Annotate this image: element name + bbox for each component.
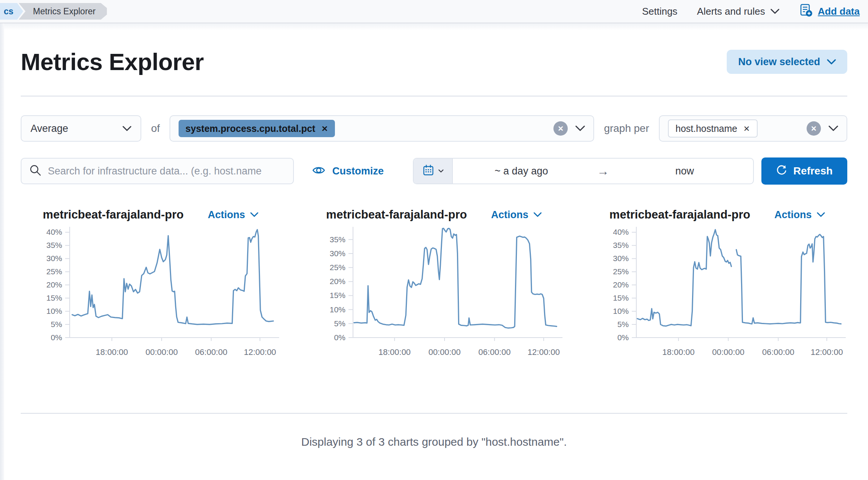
breadcrumb-metrics-label: cs (4, 6, 14, 17)
date-end-button[interactable]: now (616, 165, 753, 177)
svg-text:40%: 40% (46, 228, 62, 236)
alerts-and-rules-menu[interactable]: Alerts and rules (697, 6, 779, 17)
chevron-down-icon (122, 126, 131, 131)
header-shadow (0, 23, 868, 30)
title-row: Metrics Explorer No view selected (21, 48, 847, 75)
svg-text:0%: 0% (617, 333, 629, 342)
add-data-label: Add data (818, 6, 860, 17)
chart-actions-label: Actions (774, 209, 811, 221)
settings-link[interactable]: Settings (642, 6, 677, 17)
group-by-tag-label: host.hostname (675, 123, 737, 134)
chart-actions-menu[interactable]: Actions (491, 209, 542, 221)
chevron-down-icon[interactable] (575, 125, 585, 131)
remove-metric-icon[interactable]: ✕ (321, 125, 328, 133)
date-start-button[interactable]: ~ a day ago (453, 165, 590, 177)
cpu-usage-line-chart: 0%5%10%15%20%25%30%35%18:00:0000:00:0006… (304, 225, 564, 357)
svg-text:18:00:00: 18:00:00 (378, 347, 411, 357)
search-icon (29, 164, 42, 178)
svg-text:15%: 15% (46, 294, 62, 302)
metric-controls-row: Average of system.process.cpu.total.pct … (21, 115, 847, 142)
settings-label: Settings (642, 6, 677, 17)
svg-text:18:00:00: 18:00:00 (662, 347, 695, 357)
svg-text:10%: 10% (330, 305, 345, 314)
search-row: Customize (21, 157, 847, 185)
group-by-combobox-controls: ✕ (807, 121, 838, 136)
breadcrumb: cs Metrics Explorer (0, 0, 107, 23)
page-title: Metrics Explorer (21, 48, 204, 75)
chart-card: metricbeat-farajaland-pro Actions 0%5%10… (21, 208, 281, 357)
metric-tag-label: system.process.cpu.total.pct (185, 123, 315, 134)
remove-group-by-icon[interactable]: ✕ (743, 125, 750, 133)
breadcrumb-metrics-explorer-label: Metrics Explorer (33, 6, 96, 17)
calendar-icon (422, 164, 434, 178)
chevron-down-icon (250, 212, 258, 217)
breadcrumb-metrics-explorer[interactable]: Metrics Explorer (19, 3, 107, 20)
group-by-tag[interactable]: host.hostname ✕ (668, 119, 758, 138)
svg-text:20%: 20% (613, 280, 629, 289)
saved-view-selector-button[interactable]: No view selected (727, 50, 847, 74)
chart-actions-menu[interactable]: Actions (774, 209, 825, 221)
charts-summary-text: Displaying 3 of 3 charts grouped by "hos… (21, 436, 847, 448)
charts-grid: metricbeat-farajaland-pro Actions 0%5%10… (21, 208, 847, 357)
svg-text:20%: 20% (330, 277, 345, 286)
header-actions: Settings Alerts and rules (642, 3, 860, 20)
graph-per-label: graph per (604, 122, 649, 135)
aggregation-value: Average (31, 123, 68, 135)
svg-text:15%: 15% (613, 294, 629, 302)
chevron-down-icon[interactable] (828, 125, 838, 131)
chart-title: metricbeat-farajaland-pro (43, 208, 184, 222)
svg-text:00:00:00: 00:00:00 (145, 347, 178, 357)
chevron-down-icon (827, 59, 836, 65)
svg-text:12:00:00: 12:00:00 (811, 347, 843, 357)
metric-tag[interactable]: system.process.cpu.total.pct ✕ (179, 120, 335, 137)
of-label: of (151, 122, 160, 135)
add-data-icon (799, 3, 813, 20)
group-by-combobox[interactable]: host.hostname ✕ ✕ (659, 115, 847, 142)
page-content: Metrics Explorer No view selected Averag… (0, 48, 868, 448)
chevron-down-icon (533, 212, 542, 217)
chart-actions-label: Actions (208, 209, 245, 221)
svg-text:06:00:00: 06:00:00 (478, 347, 511, 357)
clear-metric-icon[interactable]: ✕ (553, 121, 568, 136)
chart-header: metricbeat-farajaland-pro Actions (587, 208, 847, 222)
chart-title: metricbeat-farajaland-pro (610, 208, 750, 222)
svg-text:06:00:00: 06:00:00 (762, 347, 795, 357)
add-data-link[interactable]: Add data (799, 3, 860, 20)
chart-actions-menu[interactable]: Actions (208, 209, 258, 221)
aggregation-select[interactable]: Average (21, 115, 141, 142)
svg-text:35%: 35% (613, 241, 629, 249)
svg-text:35%: 35% (330, 235, 345, 244)
svg-text:06:00:00: 06:00:00 (195, 347, 228, 357)
search-field[interactable] (21, 158, 294, 184)
quick-select-menu[interactable] (414, 159, 453, 183)
customize-button[interactable]: Customize (312, 164, 384, 179)
refresh-label: Refresh (793, 165, 833, 177)
title-divider (21, 96, 847, 96)
chart-card: metricbeat-farajaland-pro Actions 0%5%10… (304, 208, 564, 357)
search-input[interactable] (48, 165, 286, 177)
chart-actions-label: Actions (491, 209, 528, 221)
svg-text:20%: 20% (46, 280, 62, 289)
metric-combobox-controls: ✕ (553, 121, 585, 136)
svg-text:12:00:00: 12:00:00 (244, 347, 276, 357)
svg-text:10%: 10% (46, 307, 62, 315)
chevron-down-icon (438, 169, 444, 173)
cpu-usage-line-chart: 0%5%10%15%20%25%30%35%40%18:00:0000:00:0… (587, 225, 847, 357)
chevron-down-icon (770, 9, 779, 14)
date-start-label: ~ a day ago (495, 165, 548, 177)
svg-text:40%: 40% (613, 228, 629, 236)
chevron-down-icon (817, 212, 825, 217)
svg-text:12:00:00: 12:00:00 (527, 347, 560, 357)
date-range-picker: ~ a day ago → now (413, 158, 754, 184)
svg-text:25%: 25% (613, 267, 629, 276)
svg-text:15%: 15% (330, 291, 345, 300)
chart-header: metricbeat-farajaland-pro Actions (21, 208, 281, 222)
svg-text:30%: 30% (330, 249, 345, 258)
breadcrumb-metrics[interactable]: cs (0, 3, 23, 20)
svg-text:0%: 0% (51, 333, 62, 342)
chart-title: metricbeat-farajaland-pro (326, 208, 467, 222)
svg-text:0%: 0% (334, 333, 345, 342)
clear-group-by-icon[interactable]: ✕ (807, 121, 821, 136)
refresh-button[interactable]: Refresh (761, 157, 847, 185)
metric-combobox[interactable]: system.process.cpu.total.pct ✕ ✕ (170, 115, 594, 142)
